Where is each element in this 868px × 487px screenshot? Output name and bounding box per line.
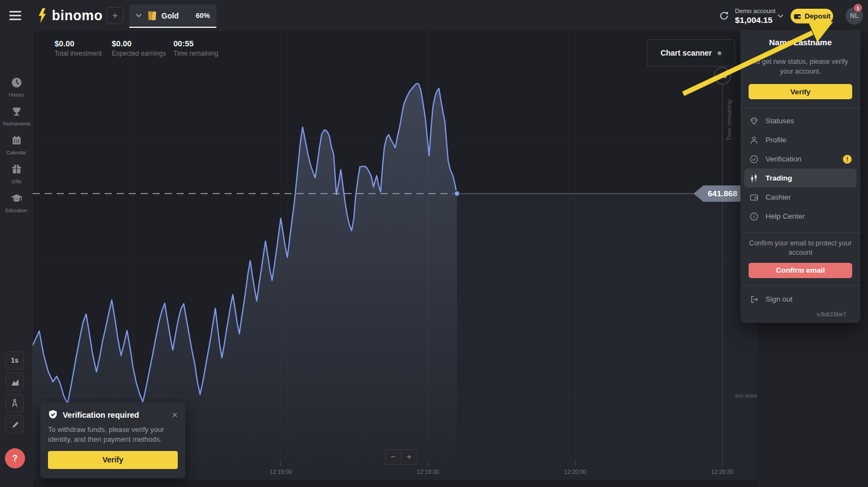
menu-label: Verification	[765, 155, 801, 163]
account-switcher[interactable]: Demo account $1,004.15	[735, 8, 774, 25]
scanner-status-dot	[718, 51, 721, 55]
price-axis-label: 641.8684	[735, 393, 757, 399]
current-price-label: 641.868	[708, 189, 737, 198]
calendar-icon	[11, 135, 22, 146]
menu-label: Trading	[765, 174, 792, 182]
menu-label: Help Center	[765, 212, 805, 220]
chevron-down-icon[interactable]	[777, 14, 783, 18]
stat-time-remaining: 00:55 Time remaining	[173, 39, 218, 57]
brand-name: binomo	[52, 8, 103, 23]
verification-toast: Verification required × To withdraw fund…	[40, 402, 185, 478]
candlestick-icon	[749, 173, 759, 183]
add-asset-tab-button[interactable]: +	[106, 7, 124, 24]
user-menu-panel: Name Lastname To get new status, please …	[740, 30, 860, 323]
stat-label: Expected earnings	[112, 50, 166, 57]
wallet-icon	[793, 13, 801, 20]
stat-value: 00:55	[173, 39, 218, 48]
toast-title: Verification required	[63, 411, 139, 419]
diamond-icon	[749, 116, 759, 126]
chevron-down-icon	[136, 14, 142, 17]
time-remaining-axis-label: Time remaining	[726, 100, 732, 141]
sidebar-label: Calendar	[0, 150, 33, 155]
deposit-label: Deposit	[805, 12, 831, 20]
current-price-dot	[454, 191, 460, 196]
sidebar-label: Gifts	[0, 179, 33, 184]
deposit-button[interactable]: Deposit	[791, 9, 833, 23]
stat-label: Total investment	[55, 50, 102, 57]
menu-item-help-center[interactable]: Help Center	[740, 207, 860, 226]
menu-item-statuses[interactable]: Statuses	[740, 111, 860, 130]
timeframe-button[interactable]: 1s	[5, 351, 24, 370]
left-sidebar: History Tournaments Calendar	[0, 31, 33, 487]
help-button[interactable]: ?	[5, 448, 25, 468]
clock-icon	[11, 77, 22, 88]
stat-total-investment: $0.00 Total investment	[55, 39, 102, 57]
asset-tab-gold[interactable]: Gold 60%	[129, 4, 216, 27]
trophy-icon	[11, 106, 22, 117]
stat-value: $0.00	[112, 39, 166, 48]
stat-value: $0.00	[55, 39, 102, 48]
toast-body: To withdraw funds, please verify your id…	[48, 425, 178, 445]
binomo-logo: binomo	[38, 8, 103, 23]
sidebar-label: History	[0, 92, 33, 98]
bolt-icon	[38, 8, 49, 23]
check-circle-icon	[749, 154, 759, 164]
verification-alert-badge: !	[843, 155, 852, 164]
wallet-icon	[749, 193, 759, 202]
indicators-button[interactable]	[5, 394, 24, 412]
notification-badge: 1	[854, 4, 862, 12]
verify-button[interactable]: Verify	[749, 84, 852, 99]
menu-label: Statuses	[765, 117, 794, 125]
chart-type-button[interactable]	[5, 372, 24, 391]
stat-expected-earnings: $0.00 Expected earnings	[112, 39, 166, 57]
sign-out-label: Sign out	[765, 295, 793, 303]
sidebar-item-education[interactable]: Education	[0, 193, 33, 213]
zoom-out-button[interactable]: −	[385, 449, 401, 465]
menu-item-cashier[interactable]: Cashier	[740, 188, 860, 207]
sidebar-label: Education	[0, 208, 33, 213]
user-name: Name Lastname	[740, 38, 860, 47]
countdown-label: :55	[718, 73, 727, 79]
chart-scanner-label: Chart scanner	[660, 49, 712, 57]
hamburger-menu-icon[interactable]	[9, 11, 21, 20]
chart-scanner-button[interactable]: Chart scanner	[647, 39, 735, 67]
sidebar-item-calendar[interactable]: Calendar	[0, 135, 33, 155]
asset-tab-underline	[129, 27, 216, 28]
person-icon	[749, 135, 759, 145]
zoom-in-button[interactable]: +	[401, 449, 418, 465]
binomo-trading-screen: 12:18:3012:19:0012:19:3012:20:0012:20:30…	[0, 0, 868, 487]
sidebar-item-gifts[interactable]: Gifts	[0, 164, 33, 184]
status-hint: To get new status, please verify your ac…	[751, 57, 849, 76]
gift-icon	[11, 164, 22, 175]
info-circle-icon	[749, 212, 759, 221]
drawing-tools-button[interactable]	[5, 415, 24, 434]
close-icon[interactable]: ×	[172, 411, 178, 419]
compass-icon	[10, 398, 20, 408]
pencil-icon	[10, 420, 20, 429]
sidebar-item-history[interactable]: History	[0, 77, 33, 98]
refresh-balance-icon[interactable]	[719, 10, 730, 21]
sidebar-item-tournaments[interactable]: Tournaments	[0, 106, 33, 127]
top-bar: binomo + Gold 60% Demo account $1,004.15	[0, 0, 868, 31]
confirm-email-button[interactable]: Confirm email	[749, 263, 852, 278]
menu-item-verification[interactable]: Verification !	[740, 149, 860, 169]
sidebar-label: Tournaments	[0, 121, 33, 127]
chart-zoom-controls: − +	[385, 449, 418, 465]
sign-out-icon	[749, 294, 759, 304]
email-hint: Confirm your email to protect your accou…	[749, 239, 852, 257]
graduation-cap-icon	[10, 193, 23, 204]
toast-verify-button[interactable]: Verify	[48, 451, 178, 469]
account-balance: $1,004.15	[735, 15, 774, 25]
menu-label: Profile	[765, 136, 786, 144]
menu-item-profile[interactable]: Profile	[740, 130, 860, 149]
asset-name: Gold	[161, 11, 179, 20]
menu-item-trading[interactable]: Trading	[744, 169, 857, 188]
stat-label: Time remaining	[173, 50, 218, 57]
asset-payout: 60%	[196, 11, 210, 20]
account-type: Demo account	[735, 8, 774, 14]
gold-bars-icon	[147, 10, 157, 21]
sign-out-button[interactable]: Sign out	[749, 291, 852, 308]
shield-check-icon	[48, 410, 58, 420]
app-version: v.8ab15be7	[749, 308, 852, 317]
menu-label: Cashier	[765, 193, 791, 201]
